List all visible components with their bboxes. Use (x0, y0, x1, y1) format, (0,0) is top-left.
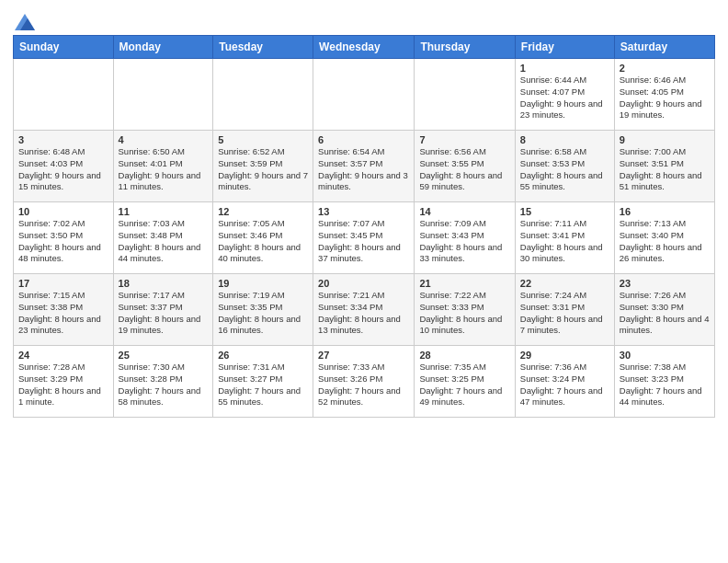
day-number: 24 (18, 350, 108, 361)
day-number: 26 (218, 350, 308, 361)
day-info: Sunrise: 7:36 AM Sunset: 3:24 PM Dayligh… (520, 362, 609, 408)
day-number: 17 (18, 278, 108, 289)
day-info: Sunrise: 7:28 AM Sunset: 3:29 PM Dayligh… (18, 362, 108, 408)
day-number: 12 (218, 206, 308, 217)
col-header-wednesday: Wednesday (313, 36, 415, 59)
calendar-week-0: 1Sunrise: 6:44 AM Sunset: 4:07 PM Daylig… (14, 59, 715, 131)
day-info: Sunrise: 7:15 AM Sunset: 3:38 PM Dayligh… (18, 290, 108, 337)
day-number: 13 (318, 206, 409, 217)
calendar-cell: 10Sunrise: 7:02 AM Sunset: 3:50 PM Dayli… (14, 202, 114, 274)
calendar-cell: 29Sunrise: 7:36 AM Sunset: 3:24 PM Dayli… (515, 346, 614, 418)
logo-icon (15, 14, 35, 30)
calendar-cell: 14Sunrise: 7:09 AM Sunset: 3:43 PM Dayli… (415, 202, 515, 274)
day-number: 4 (119, 134, 209, 145)
day-info: Sunrise: 7:09 AM Sunset: 3:43 PM Dayligh… (419, 218, 509, 265)
calendar-cell (213, 59, 313, 131)
calendar-cell: 6Sunrise: 6:54 AM Sunset: 3:57 PM Daylig… (313, 131, 415, 202)
calendar-cell: 19Sunrise: 7:19 AM Sunset: 3:35 PM Dayli… (213, 274, 313, 346)
day-info: Sunrise: 7:03 AM Sunset: 3:48 PM Dayligh… (119, 218, 209, 265)
calendar-cell: 17Sunrise: 7:15 AM Sunset: 3:38 PM Dayli… (14, 274, 114, 346)
calendar-cell (415, 59, 515, 131)
calendar-cell: 7Sunrise: 6:56 AM Sunset: 3:55 PM Daylig… (415, 131, 515, 202)
day-info: Sunrise: 7:00 AM Sunset: 3:51 PM Dayligh… (620, 146, 710, 193)
calendar-cell: 2Sunrise: 6:46 AM Sunset: 4:05 PM Daylig… (614, 59, 714, 131)
calendar-cell: 22Sunrise: 7:24 AM Sunset: 3:31 PM Dayli… (515, 274, 614, 346)
calendar-cell: 25Sunrise: 7:30 AM Sunset: 3:28 PM Dayli… (113, 346, 213, 418)
calendar-cell: 15Sunrise: 7:11 AM Sunset: 3:41 PM Dayli… (515, 202, 614, 274)
calendar-week-1: 3Sunrise: 6:48 AM Sunset: 4:03 PM Daylig… (14, 131, 715, 202)
day-info: Sunrise: 7:07 AM Sunset: 3:45 PM Dayligh… (318, 218, 409, 265)
day-info: Sunrise: 6:58 AM Sunset: 3:53 PM Dayligh… (520, 146, 609, 193)
calendar-cell: 24Sunrise: 7:28 AM Sunset: 3:29 PM Dayli… (14, 346, 114, 418)
day-info: Sunrise: 6:46 AM Sunset: 4:05 PM Dayligh… (620, 75, 710, 121)
day-info: Sunrise: 7:22 AM Sunset: 3:33 PM Dayligh… (419, 290, 509, 337)
day-number: 3 (18, 134, 108, 145)
day-info: Sunrise: 7:11 AM Sunset: 3:41 PM Dayligh… (520, 218, 609, 265)
day-info: Sunrise: 7:26 AM Sunset: 3:30 PM Dayligh… (620, 290, 710, 337)
calendar-cell: 20Sunrise: 7:21 AM Sunset: 3:34 PM Dayli… (313, 274, 415, 346)
calendar-cell: 18Sunrise: 7:17 AM Sunset: 3:37 PM Dayli… (113, 274, 213, 346)
calendar-cell: 12Sunrise: 7:05 AM Sunset: 3:46 PM Dayli… (213, 202, 313, 274)
col-header-thursday: Thursday (415, 36, 515, 59)
day-info: Sunrise: 7:19 AM Sunset: 3:35 PM Dayligh… (218, 290, 308, 337)
day-number: 14 (419, 206, 509, 217)
day-info: Sunrise: 6:50 AM Sunset: 4:01 PM Dayligh… (119, 146, 209, 193)
day-info: Sunrise: 7:21 AM Sunset: 3:34 PM Dayligh… (318, 290, 409, 337)
col-header-tuesday: Tuesday (213, 36, 313, 59)
day-number: 9 (620, 134, 710, 145)
day-number: 10 (18, 206, 108, 217)
day-info: Sunrise: 6:44 AM Sunset: 4:07 PM Dayligh… (520, 75, 609, 121)
calendar-cell (313, 59, 415, 131)
calendar-cell: 9Sunrise: 7:00 AM Sunset: 3:51 PM Daylig… (614, 131, 714, 202)
day-info: Sunrise: 7:31 AM Sunset: 3:27 PM Dayligh… (218, 362, 308, 408)
calendar-cell: 13Sunrise: 7:07 AM Sunset: 3:45 PM Dayli… (313, 202, 415, 274)
day-number: 21 (419, 278, 509, 289)
day-number: 23 (620, 278, 710, 289)
calendar: SundayMondayTuesdayWednesdayThursdayFrid… (13, 35, 715, 418)
day-number: 1 (520, 63, 609, 74)
day-info: Sunrise: 7:13 AM Sunset: 3:40 PM Dayligh… (620, 218, 710, 265)
calendar-cell: 11Sunrise: 7:03 AM Sunset: 3:48 PM Dayli… (113, 202, 213, 274)
calendar-week-2: 10Sunrise: 7:02 AM Sunset: 3:50 PM Dayli… (14, 202, 715, 274)
day-number: 11 (119, 206, 209, 217)
col-header-monday: Monday (113, 36, 213, 59)
calendar-cell: 8Sunrise: 6:58 AM Sunset: 3:53 PM Daylig… (515, 131, 614, 202)
calendar-cell: 4Sunrise: 6:50 AM Sunset: 4:01 PM Daylig… (113, 131, 213, 202)
day-number: 5 (218, 134, 308, 145)
calendar-cell: 26Sunrise: 7:31 AM Sunset: 3:27 PM Dayli… (213, 346, 313, 418)
day-number: 15 (520, 206, 609, 217)
day-number: 6 (318, 134, 409, 145)
calendar-cell: 23Sunrise: 7:26 AM Sunset: 3:30 PM Dayli… (614, 274, 714, 346)
day-number: 27 (318, 350, 409, 361)
day-info: Sunrise: 7:24 AM Sunset: 3:31 PM Dayligh… (520, 290, 609, 337)
calendar-cell: 28Sunrise: 7:35 AM Sunset: 3:25 PM Dayli… (415, 346, 515, 418)
day-number: 19 (218, 278, 308, 289)
calendar-cell (113, 59, 213, 131)
day-number: 29 (520, 350, 609, 361)
day-number: 22 (520, 278, 609, 289)
day-number: 20 (318, 278, 409, 289)
calendar-cell: 3Sunrise: 6:48 AM Sunset: 4:03 PM Daylig… (14, 131, 114, 202)
calendar-cell: 27Sunrise: 7:33 AM Sunset: 3:26 PM Dayli… (313, 346, 415, 418)
day-number: 28 (419, 350, 509, 361)
day-info: Sunrise: 7:05 AM Sunset: 3:46 PM Dayligh… (218, 218, 308, 265)
day-number: 30 (620, 350, 710, 361)
day-info: Sunrise: 7:38 AM Sunset: 3:23 PM Dayligh… (620, 362, 710, 408)
calendar-cell: 30Sunrise: 7:38 AM Sunset: 3:23 PM Dayli… (614, 346, 714, 418)
page: SundayMondayTuesdayWednesdayThursdayFrid… (0, 0, 728, 563)
col-header-friday: Friday (515, 36, 614, 59)
day-number: 2 (620, 63, 710, 74)
day-info: Sunrise: 6:54 AM Sunset: 3:57 PM Dayligh… (318, 146, 409, 193)
day-info: Sunrise: 6:56 AM Sunset: 3:55 PM Dayligh… (419, 146, 509, 193)
day-info: Sunrise: 7:30 AM Sunset: 3:28 PM Dayligh… (119, 362, 209, 408)
day-info: Sunrise: 7:17 AM Sunset: 3:37 PM Dayligh… (119, 290, 209, 337)
calendar-cell: 5Sunrise: 6:52 AM Sunset: 3:59 PM Daylig… (213, 131, 313, 202)
header (13, 9, 715, 29)
day-info: Sunrise: 7:35 AM Sunset: 3:25 PM Dayligh… (419, 362, 509, 408)
day-number: 18 (119, 278, 209, 289)
col-header-sunday: Sunday (14, 36, 114, 59)
calendar-cell: 1Sunrise: 6:44 AM Sunset: 4:07 PM Daylig… (515, 59, 614, 131)
calendar-week-3: 17Sunrise: 7:15 AM Sunset: 3:38 PM Dayli… (14, 274, 715, 346)
logo (13, 13, 35, 29)
calendar-cell: 21Sunrise: 7:22 AM Sunset: 3:33 PM Dayli… (415, 274, 515, 346)
